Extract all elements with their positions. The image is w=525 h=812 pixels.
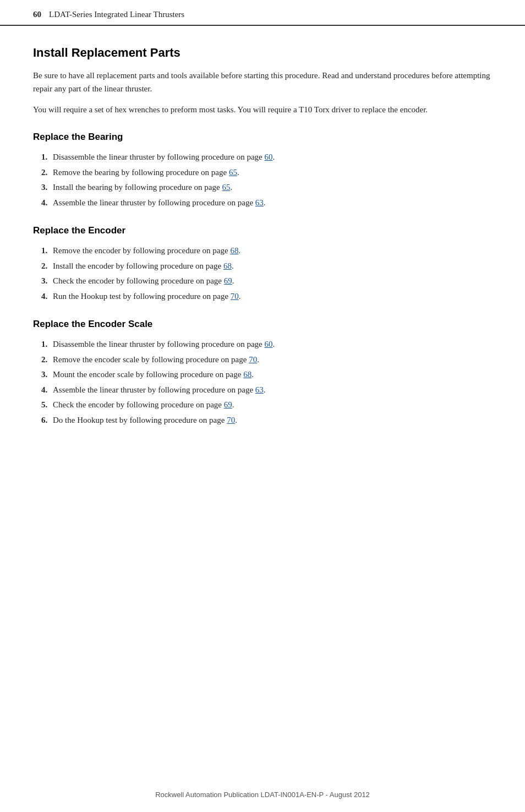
page-link[interactable]: 68	[223, 261, 232, 270]
page-container: 60 LDAT-Series Integrated Linear Thruste…	[0, 0, 525, 812]
list-item-text: Run the Hookup test by following procedu…	[53, 292, 231, 301]
page-link[interactable]: 69	[224, 400, 232, 409]
intro-paragraph-1: Be sure to have all replacement parts an…	[33, 69, 492, 95]
list-item: Check the encoder by following procedure…	[50, 274, 492, 288]
main-content: Install Replacement Parts Be sure to hav…	[0, 26, 525, 455]
header-title: LDAT-Series Integrated Linear Thrusters	[49, 10, 184, 19]
list-item: Remove the encoder scale by following pr…	[50, 353, 492, 367]
list-item: Run the Hookup test by following procedu…	[50, 290, 492, 304]
page-link[interactable]: 70	[249, 355, 257, 364]
page-link[interactable]: 68	[243, 370, 251, 379]
footer-text: Rockwell Automation Publication LDAT-IN0…	[155, 791, 370, 799]
list-item: Do the Hookup test by following procedur…	[50, 413, 492, 428]
encoder-procedure-list: Remove the encoder by following procedur…	[50, 244, 492, 303]
page-link[interactable]: 65	[229, 168, 237, 177]
list-item: Check the encoder by following procedure…	[50, 398, 492, 412]
list-item: Assemble the linear thruster by followin…	[50, 196, 492, 210]
subsection-title-encoder-scale: Replace the Encoder Scale	[33, 319, 492, 330]
list-item-text: Do the Hookup test by following procedur…	[53, 416, 227, 424]
page-link[interactable]: 65	[222, 183, 230, 192]
page-link[interactable]: 60	[264, 340, 272, 348]
page-link[interactable]: 63	[255, 385, 264, 394]
page-link[interactable]: 63	[255, 198, 264, 207]
bearing-procedure-list: Disassemble the linear thruster by follo…	[50, 150, 492, 210]
list-item-text: Check the encoder by following procedure…	[53, 276, 224, 285]
page-link[interactable]: 68	[230, 246, 238, 255]
list-item-text: Remove the encoder scale by following pr…	[53, 355, 249, 364]
list-item-text: Disassemble the linear thruster by follo…	[53, 152, 264, 161]
footer-bar: Rockwell Automation Publication LDAT-IN0…	[0, 791, 525, 799]
list-item: Remove the bearing by following procedur…	[50, 166, 492, 180]
list-item: Disassemble the linear thruster by follo…	[50, 337, 492, 352]
list-item-text: Install the encoder by following procedu…	[53, 261, 223, 270]
list-item-text: Assemble the linear thruster by followin…	[53, 385, 255, 394]
page-link[interactable]: 69	[224, 276, 232, 285]
list-item-text: Remove the encoder by following procedur…	[53, 246, 230, 255]
page-link[interactable]: 70	[227, 416, 235, 424]
header-page-number: 60	[33, 10, 41, 19]
list-item: Remove the encoder by following procedur…	[50, 244, 492, 258]
list-item: Install the bearing by following procedu…	[50, 181, 492, 195]
list-item-text: Assemble the linear thruster by followin…	[53, 198, 255, 207]
intro-paragraph-2: You will require a set of hex wrenches t…	[33, 103, 492, 116]
page-link[interactable]: 60	[264, 152, 272, 161]
page-link[interactable]: 70	[231, 292, 239, 301]
encoder-scale-procedure-list: Disassemble the linear thruster by follo…	[50, 337, 492, 427]
list-item: Disassemble the linear thruster by follo…	[50, 150, 492, 165]
list-item-text: Check the encoder by following procedure…	[53, 400, 224, 409]
list-item: Install the encoder by following procedu…	[50, 259, 492, 274]
list-item-text: Remove the bearing by following procedur…	[53, 168, 229, 177]
list-item-text: Disassemble the linear thruster by follo…	[53, 340, 264, 348]
list-item: Assemble the linear thruster by followin…	[50, 383, 492, 397]
list-item: Mount the encoder scale by following pro…	[50, 368, 492, 382]
header-bar: 60 LDAT-Series Integrated Linear Thruste…	[0, 0, 525, 26]
list-item-text: Mount the encoder scale by following pro…	[53, 370, 243, 379]
subsection-title-encoder: Replace the Encoder	[33, 225, 492, 236]
list-item-text: Install the bearing by following procedu…	[53, 183, 222, 192]
page-title: Install Replacement Parts	[33, 46, 492, 60]
subsection-title-bearing: Replace the Bearing	[33, 132, 492, 143]
